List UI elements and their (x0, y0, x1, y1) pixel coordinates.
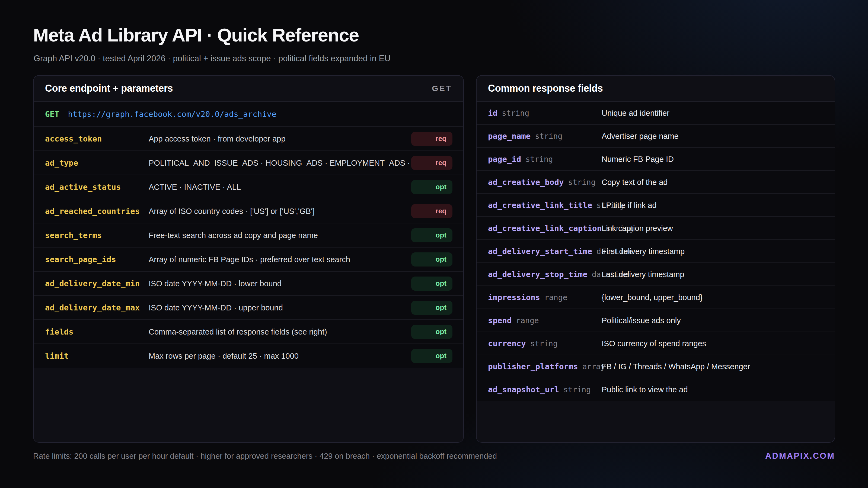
response-field-name: ad_delivery_start_time (488, 247, 592, 256)
response-field-description: Last delivery timestamp (601, 270, 684, 279)
parameter-name: ad_delivery_date_min (45, 279, 140, 288)
response-field-name: page_id (488, 155, 521, 164)
footer: Rate limits: 200 calls per user per hour… (33, 451, 835, 461)
parameter-row: search_page_ids Array of numeric FB Page… (34, 248, 463, 272)
parameter-row: limit Max rows per page · default 25 · m… (34, 344, 463, 368)
response-field-type: range (516, 316, 539, 325)
response-field-type: string (525, 155, 553, 164)
endpoint-panel-title: Core endpoint + parameters (45, 83, 173, 94)
parameter-description: Array of ISO country codes · ['US'] or [… (149, 206, 315, 216)
response-field-name: currency (488, 339, 526, 348)
parameter-description: Max rows per page · default 25 · max 100… (149, 351, 299, 360)
response-field-name-group: page_namestring (488, 131, 562, 141)
page-title: Meta Ad Library API · Quick Reference (33, 24, 359, 46)
response-field-name-group: spendrange (488, 316, 539, 325)
response-field-name-group: idstring (488, 108, 529, 118)
response-field-description: ISO currency of spend ranges (601, 339, 706, 348)
parameter-row: ad_active_status ACTIVE · INACTIVE · ALL… (34, 175, 463, 199)
response-field-list: idstring Unique ad identifier page_names… (476, 102, 835, 401)
response-field-name-group: page_idstring (488, 155, 553, 164)
parameter-description: ISO date YYYY-MM-DD · upper bound (149, 303, 283, 312)
response-field-description: Unique ad identifier (601, 108, 670, 118)
requirement-badge: opt (411, 349, 453, 363)
response-field-row: ad_snapshot_urlstring Public link to vie… (476, 378, 835, 401)
response-field-name: id (488, 108, 497, 118)
endpoint-panel-header: Core endpoint + parameters GET (34, 76, 463, 102)
response-field-row: ad_delivery_start_timedatetime First del… (476, 240, 835, 263)
endpoint-parameters-panel: Core endpoint + parameters GET GET https… (33, 75, 464, 443)
parameter-description: Comma-separated list of response fields … (149, 327, 327, 336)
endpoint-row: GET https://graph.facebook.com/v20.0/ads… (34, 102, 463, 127)
response-field-name: page_name (488, 131, 531, 141)
parameter-description: Array of numeric FB Page IDs · preferred… (149, 255, 350, 264)
parameter-list: access_token App access token · from dev… (34, 127, 463, 368)
requirement-badge: opt (411, 180, 453, 194)
endpoint-method: GET (45, 109, 59, 119)
response-field-name-group: ad_snapshot_urlstring (488, 385, 591, 394)
parameter-name: search_terms (45, 231, 102, 240)
response-field-name-group: publisher_platformsarray (488, 362, 605, 371)
response-field-name: ad_delivery_stop_time (488, 270, 588, 279)
response-field-name-group: impressionsrange (488, 293, 567, 302)
requirement-badge: opt (411, 301, 453, 315)
response-field-row: currencystring ISO currency of spend ran… (476, 332, 835, 355)
response-field-name: ad_creative_link_title (488, 201, 592, 210)
parameter-row: ad_type POLITICAL_AND_ISSUE_ADS · HOUSIN… (34, 151, 463, 175)
response-field-type: range (545, 293, 567, 302)
response-field-description: Public link to view the ad (601, 385, 688, 394)
response-field-row: idstring Unique ad identifier (476, 102, 835, 125)
parameter-name: search_page_ids (45, 255, 116, 264)
response-field-row: publisher_platformsarray FB / IG / Threa… (476, 355, 835, 378)
parameter-row: access_token App access token · from dev… (34, 127, 463, 151)
response-field-description: Copy text of the ad (601, 177, 668, 187)
response-field-name-group: ad_creative_bodystring (488, 177, 596, 187)
response-field-type: string (568, 178, 595, 187)
parameter-description: POLITICAL_AND_ISSUE_ADS · HOUSING_ADS · … (149, 158, 425, 167)
parameter-description: Free-text search across ad copy and page… (149, 231, 318, 240)
response-fields-panel: Common response fields idstring Unique a… (476, 75, 835, 443)
brand-watermark: ADMAPIX.COM (765, 451, 835, 461)
response-field-type: string (502, 109, 529, 118)
response-field-row: page_idstring Numeric FB Page ID (476, 148, 835, 171)
rate-limit-note: Rate limits: 200 calls per user per hour… (33, 452, 497, 461)
parameter-description: ISO date YYYY-MM-DD · lower bound (149, 279, 282, 288)
response-field-description: LP title if link ad (601, 201, 657, 209)
response-field-description: Advertiser page name (601, 131, 679, 140)
requirement-badge: opt (411, 276, 453, 291)
response-field-name: ad_snapshot_url (488, 385, 559, 394)
parameter-name: ad_active_status (45, 183, 121, 192)
requirement-badge: opt (411, 228, 453, 242)
response-field-description: Numeric FB Page ID (601, 155, 674, 163)
parameter-name: ad_reached_countries (45, 206, 140, 216)
endpoint-url: https://graph.facebook.com/v20.0/ads_arc… (68, 109, 276, 119)
parameter-description: App access token · from developer app (149, 134, 286, 143)
parameter-row: ad_delivery_date_min ISO date YYYY-MM-DD… (34, 272, 463, 296)
requirement-badge: req (411, 204, 453, 218)
response-field-description: Political/issue ads only (601, 316, 681, 325)
parameter-row: search_terms Free-text search across ad … (34, 223, 463, 248)
parameter-row: ad_delivery_date_max ISO date YYYY-MM-DD… (34, 296, 463, 320)
parameter-name: ad_delivery_date_max (45, 303, 140, 312)
response-panel-title: Common response fields (488, 83, 603, 94)
response-field-row: ad_creative_link_titlestring LP title if… (476, 194, 835, 217)
requirement-badge: opt (411, 325, 453, 339)
response-field-name: ad_creative_link_caption (488, 224, 601, 233)
response-field-name-group: currencystring (488, 339, 558, 348)
response-field-name: spend (488, 316, 512, 325)
parameter-row: ad_reached_countries Array of ISO countr… (34, 199, 463, 223)
response-field-row: ad_delivery_stop_timedatetime Last deliv… (476, 263, 835, 286)
response-field-row: ad_creative_link_captionstring Link capt… (476, 217, 835, 240)
response-field-name: ad_creative_body (488, 177, 564, 187)
response-field-description: {lower_bound, upper_bound} (601, 293, 703, 302)
response-field-row: ad_creative_bodystring Copy text of the … (476, 171, 835, 194)
parameter-name: access_token (45, 134, 102, 143)
requirement-badge: opt (411, 252, 453, 266)
response-field-type: string (530, 339, 558, 348)
response-field-row: spendrange Political/issue ads only (476, 309, 835, 332)
response-field-name: impressions (488, 293, 540, 302)
response-field-type: string (563, 385, 591, 394)
parameter-name: ad_type (45, 158, 78, 167)
http-method-chip: GET (432, 84, 452, 93)
response-field-description: FB / IG / Threads / WhatsApp / Messenger (601, 362, 750, 371)
requirement-badge: req (411, 132, 453, 146)
